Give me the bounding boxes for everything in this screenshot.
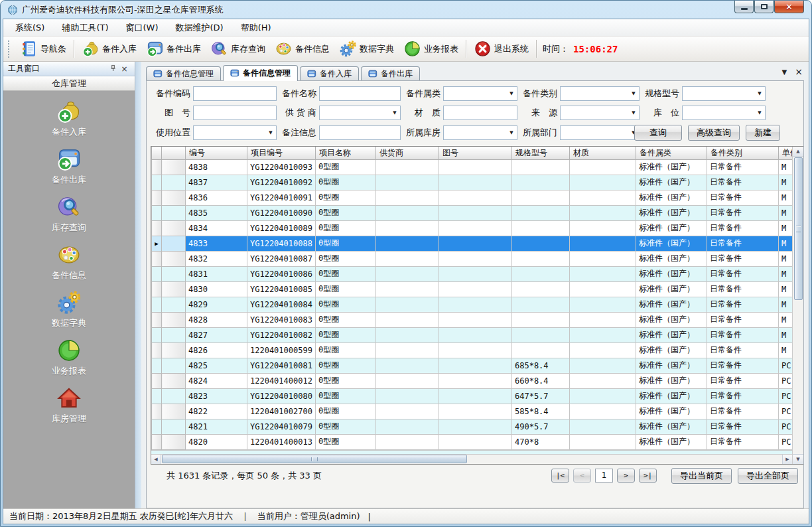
horizontal-scrollbar[interactable]: ◀ ▶ (151, 454, 792, 464)
table-cell[interactable] (439, 388, 512, 404)
table-cell[interactable]: YG12204010091 (247, 190, 316, 205)
table-row[interactable]: 4834YG122040100890型圈标准件（国产）日常备件M (152, 220, 793, 236)
tab[interactable]: 备件信息管理 (223, 65, 298, 81)
scroll-left-icon[interactable]: ◀ (151, 455, 161, 464)
table-cell[interactable]: 标准件（国产） (636, 419, 707, 434)
dropdown-select[interactable]: ▼ (319, 106, 401, 120)
advanced-query-button[interactable]: 高级查询 (688, 125, 740, 141)
minimize-button[interactable] (734, 1, 754, 13)
table-cell[interactable]: 标准件（国产） (636, 236, 707, 251)
dropdown-select[interactable]: ▼ (560, 86, 640, 101)
table-cell[interactable]: 日常备件 (707, 312, 779, 327)
table-cell[interactable]: 日常备件 (707, 251, 779, 266)
sidebar-item[interactable]: 库存查询 (52, 194, 86, 234)
table-cell[interactable]: 标准件（国产） (636, 175, 707, 190)
table-cell[interactable]: 4835 (186, 205, 247, 220)
table-cell[interactable]: YG12204010090 (247, 205, 316, 220)
table-row[interactable]: 4829YG122040100840型圈标准件（国产）日常备件M (152, 297, 793, 312)
table-cell[interactable] (570, 251, 636, 266)
table-cell[interactable]: YG12204010093 (247, 159, 316, 175)
tab[interactable]: 备件入库 (300, 66, 359, 80)
row-indicator[interactable] (152, 220, 162, 236)
table-cell[interactable] (570, 342, 636, 358)
toolbar-button[interactable]: 业务报表 (399, 38, 463, 59)
table-cell[interactable] (376, 251, 439, 266)
table-cell[interactable]: 1220401002700 (247, 404, 316, 419)
table-cell[interactable] (376, 175, 439, 190)
table-cell[interactable]: 0型圈 (316, 358, 376, 373)
table-cell[interactable]: 4825 (186, 358, 247, 373)
dropdown-select[interactable]: ▼ (682, 106, 766, 120)
table-cell[interactable] (570, 175, 636, 190)
toolbar-button[interactable]: 数据字典 (334, 38, 399, 59)
table-cell[interactable]: 标准件（国产） (636, 342, 707, 358)
table-row[interactable]: 4828YG122040100830型圈标准件（国产）日常备件M (152, 312, 793, 327)
table-cell[interactable] (512, 220, 570, 236)
table-cell[interactable]: YG12204010086 (247, 266, 316, 281)
next-page-button[interactable]: > (617, 469, 635, 483)
table-cell[interactable]: 4836 (186, 190, 247, 205)
table-cell[interactable]: 标准件（国产） (636, 358, 707, 373)
dropdown-select[interactable]: ▼ (682, 86, 766, 101)
row-header[interactable] (162, 419, 186, 434)
table-cell[interactable]: 4828 (186, 312, 247, 327)
sidebar-item[interactable]: 备件入库 (52, 99, 86, 138)
table-row[interactable]: 482612204010005990型圈标准件（国产）日常备件M (152, 342, 793, 358)
table-cell[interactable]: 660*8.4 (512, 373, 570, 388)
table-cell[interactable] (376, 220, 439, 236)
table-cell[interactable] (376, 159, 439, 175)
table-cell[interactable] (376, 358, 439, 373)
row-header[interactable] (162, 281, 186, 297)
table-cell[interactable]: 日常备件 (707, 388, 779, 404)
table-cell[interactable]: 4830 (186, 281, 247, 297)
table-cell[interactable]: 标准件（国产） (636, 297, 707, 312)
menu-item[interactable]: 系统(S) (9, 20, 51, 36)
table-cell[interactable]: 1220401400012 (247, 373, 316, 388)
panel-close-icon[interactable]: × (119, 64, 130, 74)
table-cell[interactable]: 日常备件 (707, 190, 779, 205)
table-cell[interactable] (512, 205, 570, 220)
table-cell[interactable] (439, 190, 512, 205)
table-cell[interactable]: 4829 (186, 297, 247, 312)
table-cell[interactable]: 0型圈 (316, 312, 376, 327)
table-cell[interactable] (376, 373, 439, 388)
table-cell[interactable]: PC (779, 388, 793, 404)
table-cell[interactable]: 0型圈 (316, 404, 376, 419)
row-header[interactable] (162, 434, 186, 449)
table-row[interactable]: 4825YG122040100810型圈685*8.4标准件（国产）日常备件PC (152, 358, 793, 373)
row-indicator[interactable] (152, 342, 162, 358)
table-cell[interactable] (439, 266, 512, 281)
table-cell[interactable] (439, 404, 512, 419)
sidebar-item[interactable]: 备件信息 (52, 242, 86, 281)
table-cell[interactable]: 标准件（国产） (636, 190, 707, 205)
row-indicator[interactable] (152, 373, 162, 388)
row-header[interactable] (162, 312, 186, 327)
toolbar-button[interactable]: 备件出库 (141, 38, 206, 59)
table-cell[interactable] (570, 205, 636, 220)
table-cell[interactable] (570, 297, 636, 312)
table-cell[interactable] (512, 175, 570, 190)
table-cell[interactable] (376, 388, 439, 404)
table-cell[interactable]: M (779, 159, 793, 175)
dropdown-select[interactable]: ▼ (193, 125, 277, 140)
table-cell[interactable] (439, 281, 512, 297)
panel-splitter[interactable] (135, 62, 141, 508)
menu-item[interactable]: 帮助(H) (234, 20, 278, 36)
column-header[interactable]: 材质 (570, 147, 636, 159)
table-cell[interactable]: 0型圈 (316, 190, 376, 205)
table-cell[interactable]: 0型圈 (316, 342, 376, 358)
table-cell[interactable] (376, 297, 439, 312)
toolbar-button[interactable]: 备件入库 (77, 38, 141, 59)
table-cell[interactable]: YG12204010089 (247, 220, 316, 236)
table-cell[interactable] (376, 205, 439, 220)
table-cell[interactable]: 标准件（国产） (636, 205, 707, 220)
table-cell[interactable]: YG12204010082 (247, 327, 316, 342)
table-cell[interactable]: 0型圈 (316, 419, 376, 434)
table-cell[interactable] (570, 266, 636, 281)
text-input[interactable] (193, 106, 277, 120)
table-cell[interactable] (570, 404, 636, 419)
table-cell[interactable] (376, 236, 439, 251)
sidebar-item[interactable]: 数据字典 (52, 290, 86, 329)
table-cell[interactable]: 0型圈 (316, 220, 376, 236)
table-cell[interactable] (439, 236, 512, 251)
